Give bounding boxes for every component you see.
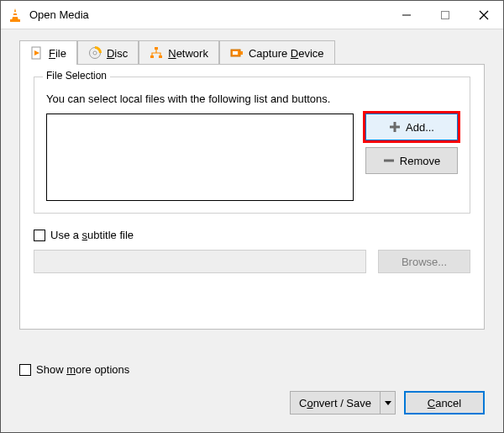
plus-icon bbox=[389, 121, 401, 133]
svg-rect-20 bbox=[384, 160, 394, 162]
vlc-cone-icon bbox=[8, 8, 23, 23]
button-label: Browse... bbox=[402, 256, 447, 268]
window-controls bbox=[387, 1, 503, 29]
button-label: Add... bbox=[406, 121, 434, 134]
open-media-window: Open Media File bbox=[0, 0, 504, 433]
subtitle-row: Browse... bbox=[34, 250, 470, 273]
tab-label: Capture Device bbox=[249, 47, 324, 60]
svg-marker-0 bbox=[12, 8, 18, 20]
checkbox-label: Use a subtitle file bbox=[50, 229, 134, 241]
checkbox-icon[interactable] bbox=[34, 230, 45, 241]
close-button[interactable] bbox=[465, 1, 503, 29]
footer-buttons: Convert / Save Cancel bbox=[19, 391, 485, 415]
minus-icon bbox=[383, 155, 395, 166]
titlebar: Open Media bbox=[1, 1, 503, 29]
svg-rect-17 bbox=[240, 51, 243, 55]
tab-label: Network bbox=[168, 47, 208, 60]
minimize-button[interactable] bbox=[387, 1, 426, 29]
tab-capture-device[interactable]: Capture Device bbox=[219, 40, 335, 65]
convert-save-button[interactable]: Convert / Save bbox=[290, 391, 396, 415]
svg-rect-3 bbox=[10, 19, 20, 22]
tab-disc[interactable]: Disc bbox=[77, 40, 139, 65]
file-buttons: Add... Remove bbox=[365, 114, 458, 174]
browse-subtitle-button: Browse... bbox=[378, 250, 470, 273]
disc-icon bbox=[88, 46, 102, 60]
show-more-options-row[interactable]: Show more options bbox=[19, 363, 485, 376]
cancel-button[interactable]: Cancel bbox=[404, 391, 485, 415]
file-tab-panel: File Selection You can select local file… bbox=[19, 64, 485, 330]
subtitle-path-input bbox=[34, 250, 366, 273]
file-selection-group: File Selection You can select local file… bbox=[34, 77, 470, 214]
network-icon bbox=[150, 46, 163, 60]
svg-rect-5 bbox=[442, 11, 449, 18]
button-label: Cancel bbox=[428, 397, 461, 409]
svg-rect-1 bbox=[13, 12, 18, 13]
svg-marker-21 bbox=[385, 401, 391, 405]
tab-row: File Disc Network Capture Device bbox=[19, 40, 503, 64]
tab-label: File bbox=[49, 47, 66, 60]
tab-network[interactable]: Network bbox=[139, 40, 219, 65]
svg-rect-13 bbox=[150, 55, 154, 58]
svg-rect-19 bbox=[390, 126, 400, 129]
subtitle-area: Use a subtitle file Browse... bbox=[34, 229, 470, 273]
svg-rect-12 bbox=[155, 47, 158, 50]
svg-rect-14 bbox=[159, 55, 162, 58]
window-title: Open Media bbox=[29, 8, 387, 21]
capture-device-icon bbox=[230, 46, 244, 60]
use-subtitle-checkbox-row[interactable]: Use a subtitle file bbox=[34, 229, 470, 241]
svg-rect-2 bbox=[13, 15, 18, 17]
file-row: Add... Remove bbox=[46, 114, 458, 201]
footer: Show more options Convert / Save Cancel bbox=[19, 363, 485, 415]
chevron-down-icon bbox=[385, 397, 391, 409]
tab-label: Disc bbox=[107, 47, 128, 60]
convert-save-dropdown[interactable] bbox=[381, 391, 396, 415]
svg-rect-16 bbox=[233, 51, 238, 55]
group-legend: File Selection bbox=[43, 70, 110, 82]
file-selection-help: You can select local files with the foll… bbox=[46, 92, 458, 105]
file-list[interactable] bbox=[46, 114, 354, 201]
convert-save-main[interactable]: Convert / Save bbox=[290, 391, 381, 415]
svg-point-11 bbox=[93, 51, 97, 55]
checkbox-icon[interactable] bbox=[19, 364, 31, 376]
add-button[interactable]: Add... bbox=[365, 114, 458, 140]
checkbox-label: Show more options bbox=[36, 363, 129, 376]
maximize-button[interactable] bbox=[426, 1, 465, 29]
remove-button[interactable]: Remove bbox=[365, 147, 458, 174]
file-icon bbox=[30, 46, 44, 60]
button-label: Convert / Save bbox=[299, 397, 371, 409]
button-label: Remove bbox=[400, 155, 440, 167]
tab-file[interactable]: File bbox=[19, 40, 77, 65]
